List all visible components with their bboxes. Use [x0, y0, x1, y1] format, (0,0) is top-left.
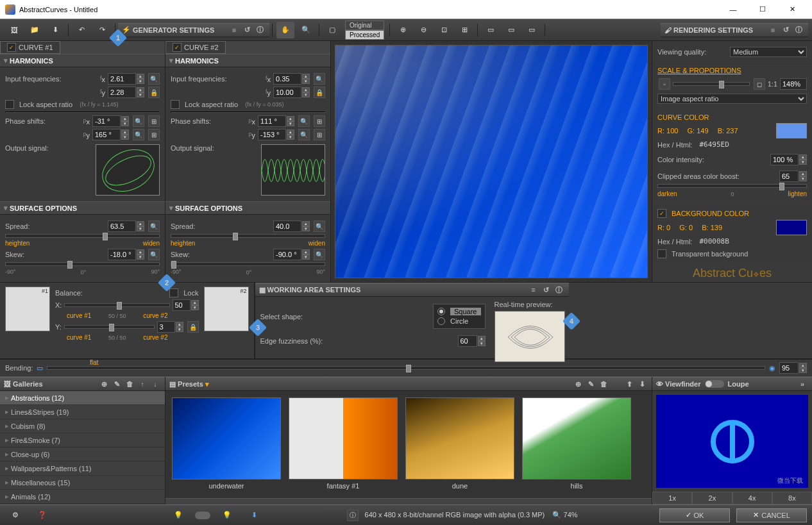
add-gallery-icon[interactable]: ⊕ [98, 379, 110, 389]
maximize-button[interactable]: ☐ [748, 0, 777, 19]
fy-input[interactable] [108, 87, 136, 98]
zoom-icon[interactable]: 🔍 [297, 22, 315, 38]
skew-slider[interactable] [5, 262, 160, 266]
gallery-item[interactable]: Lines&Stripes (19) [0, 405, 165, 419]
fy2-input[interactable] [273, 87, 301, 98]
fx-down[interactable]: ▾ [137, 79, 144, 84]
scale-slider[interactable] [673, 82, 750, 86]
zoom-4x-button[interactable]: 4x [732, 492, 772, 504]
gallery-item[interactable]: Close-up (6) [0, 447, 165, 462]
fx-search-icon[interactable]: 🔍 [148, 73, 160, 85]
balance-lock-checkbox[interactable] [169, 288, 178, 297]
scale-min-icon[interactable]: ▫ [659, 78, 670, 90]
info-icon[interactable]: ⓘ [254, 25, 266, 35]
preset-thumb[interactable] [289, 397, 398, 479]
tab-original[interactable]: Original [345, 21, 384, 30]
transparent-checkbox[interactable] [657, 249, 666, 258]
open-folder-icon[interactable]: 📁 [26, 22, 44, 38]
edit-gallery-icon[interactable]: ✎ [111, 379, 123, 389]
lock-icon[interactable]: 🔒 [148, 87, 160, 98]
balance-y-input[interactable] [157, 321, 175, 333]
close-button[interactable]: ✕ [777, 0, 807, 19]
px-grid-icon[interactable]: ⊞ [148, 115, 160, 127]
add-preset-icon[interactable]: ⊕ [572, 379, 584, 389]
balance-x-input[interactable] [173, 299, 190, 311]
surface-header[interactable]: SURFACE OPTIONS [0, 201, 165, 215]
balance-y-slider[interactable] [64, 325, 155, 329]
save-icon[interactable]: ⬇ [46, 22, 64, 38]
shape-circle-radio[interactable] [437, 317, 445, 325]
display2-icon[interactable]: ▭ [502, 22, 520, 38]
preset-thumb[interactable] [172, 397, 281, 479]
shape-square-radio[interactable] [437, 308, 445, 315]
edit-preset-icon[interactable]: ✎ [585, 379, 596, 389]
py-input[interactable] [92, 129, 121, 140]
viewfinder-image[interactable]: 微当下载 [656, 395, 808, 488]
viewing-quality-select[interactable]: Medium [730, 47, 807, 57]
open-image-icon[interactable]: 🖼 [5, 22, 23, 38]
gallery-item[interactable]: Animals (12) [0, 490, 165, 504]
gallery-item[interactable]: Wallpapers&Patterns (11) [0, 462, 165, 476]
scale-pct-input[interactable] [780, 78, 807, 90]
zoom-1x-button[interactable]: 1x [652, 492, 692, 504]
info-icon[interactable]: ⓘ [793, 25, 804, 35]
menu-icon[interactable]: ≡ [228, 25, 240, 35]
fx2-input[interactable] [273, 73, 301, 85]
cancel-button[interactable]: ✕ CANCEL [736, 508, 807, 522]
px-search-icon[interactable]: 🔍 [133, 115, 144, 127]
preset-thumb[interactable] [522, 397, 631, 479]
zoom-out-icon[interactable]: ⊖ [414, 22, 432, 38]
menu-icon[interactable]: ≡ [767, 25, 779, 35]
px-input[interactable] [92, 115, 121, 127]
gallery-item[interactable]: Fire&Smoke (7) [0, 433, 165, 447]
gallery-item[interactable]: Cubism (8) [0, 419, 165, 433]
curve1-enable-checkbox[interactable]: ✓ [7, 43, 16, 52]
curve-color-swatch[interactable] [776, 123, 807, 138]
redo-icon[interactable]: ↷ [93, 22, 111, 38]
delete-preset-icon[interactable]: 🗑 [598, 379, 609, 389]
zoom-8x-button[interactable]: 8x [772, 492, 812, 504]
display1-icon[interactable]: ▭ [482, 22, 500, 38]
spread-slider[interactable] [5, 234, 160, 238]
display3-icon[interactable]: ▭ [523, 22, 541, 38]
down-icon[interactable]: ↓ [149, 379, 161, 389]
zoom-actual-icon[interactable]: ⊞ [455, 22, 473, 38]
tab-curve2[interactable]: ✓CURVE #2 [165, 41, 226, 54]
undo-icon[interactable]: ↶ [72, 22, 90, 38]
light-toggle[interactable] [195, 512, 210, 519]
fx-input[interactable] [108, 73, 136, 85]
import-icon[interactable]: ⬆ [623, 379, 635, 389]
export-icon[interactable]: ⬇ [636, 379, 648, 389]
harmonics-header[interactable]: HARMONICS [0, 54, 165, 67]
bulb-off-icon[interactable]: 💡 [169, 507, 187, 524]
bulb-on-icon[interactable]: 💡 [218, 507, 236, 524]
ok-button[interactable]: ✓ OK [659, 508, 730, 522]
gallery-item[interactable]: Abstractions (12) [0, 391, 165, 405]
balance-x-slider[interactable] [64, 303, 169, 307]
preset-scrollbar[interactable] [165, 498, 652, 504]
bending-input[interactable] [779, 362, 799, 374]
scale-max-icon[interactable]: ◻ [754, 78, 765, 90]
gallery-item[interactable]: Miscellaneous (15) [0, 476, 165, 490]
lock-aspect-checkbox[interactable] [5, 100, 14, 109]
settings-gear-icon[interactable]: ⚙ [6, 507, 24, 524]
intensity-input[interactable] [770, 154, 799, 165]
compare-icon[interactable]: ▢ [323, 22, 341, 38]
main-preview[interactable] [335, 45, 648, 278]
info-icon[interactable]: ⓘ [347, 510, 359, 521]
reset-icon[interactable]: ↺ [241, 25, 253, 35]
bg-enable-checkbox[interactable]: ✓ [657, 209, 666, 218]
aspect-select[interactable]: Image aspect ratio [657, 94, 807, 104]
delete-gallery-icon[interactable]: 🗑 [124, 379, 135, 389]
fuzz-input[interactable] [458, 335, 477, 347]
balance-lock-icon[interactable]: 🔒 [187, 321, 199, 333]
zoom-2x-button[interactable]: 2x [692, 492, 732, 504]
zoom-in-icon[interactable]: ⊕ [394, 22, 412, 38]
tab-curve1[interactable]: ✓CURVE #1 [0, 41, 60, 54]
download-icon[interactable]: ⬇ [245, 507, 263, 524]
skew-input[interactable] [108, 249, 136, 260]
preset-thumb[interactable] [405, 397, 514, 479]
pan-icon[interactable]: ✋ [276, 22, 294, 38]
clip-slider[interactable] [657, 184, 807, 188]
bending-slider[interactable] [47, 366, 765, 370]
